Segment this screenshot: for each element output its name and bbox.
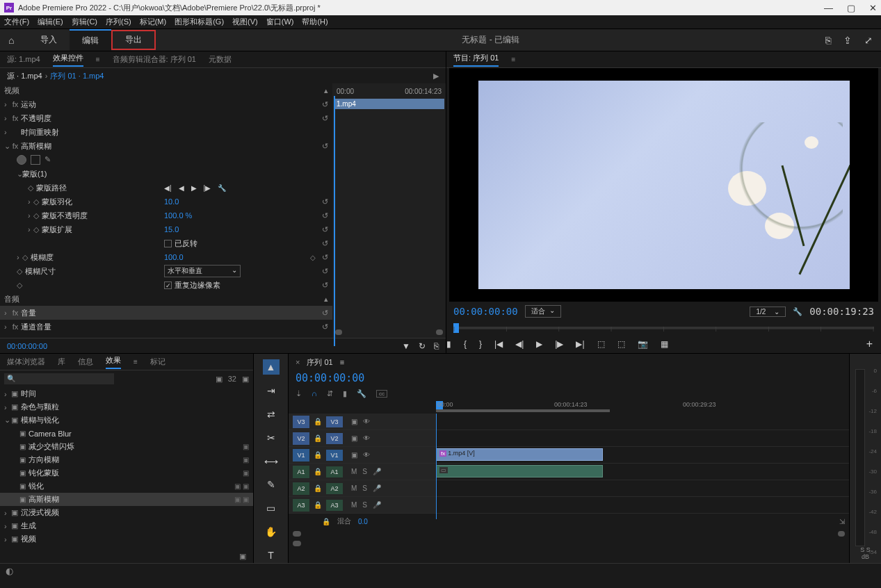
- track-prev-icon[interactable]: ◀|: [164, 184, 172, 192]
- tab-sequence[interactable]: 序列 01: [307, 357, 332, 368]
- mask-expand-value[interactable]: 15.0: [164, 225, 179, 234]
- fx-channel-volume[interactable]: 通道音量: [21, 322, 51, 332]
- mask-item[interactable]: 蒙版(1): [22, 169, 47, 179]
- toggle-output-icon[interactable]: ▣: [351, 451, 357, 459]
- track-select-tool[interactable]: ⇥: [263, 383, 280, 398]
- tab-program[interactable]: 节目: 序列 01: [453, 53, 499, 67]
- rectangle-tool[interactable]: ▭: [263, 500, 280, 516]
- effect-gaussian-blur[interactable]: 高斯模糊: [29, 494, 59, 505]
- repeat-edge-checkbox[interactable]: [164, 281, 172, 289]
- settings-icon[interactable]: 🔧: [793, 307, 802, 316]
- toggle-output-icon[interactable]: ▣: [351, 418, 357, 425]
- reset-icon[interactable]: ↺: [322, 253, 328, 262]
- extract-icon[interactable]: ⬚: [617, 339, 625, 349]
- track-v3[interactable]: V3🔒V3▣👁: [289, 414, 849, 430]
- creative-cloud-icon[interactable]: ◐: [6, 566, 13, 576]
- play-icon[interactable]: ▶: [536, 339, 542, 349]
- badge-accel-icon[interactable]: ▣: [216, 375, 223, 384]
- menu-clip[interactable]: 剪辑(C): [72, 17, 97, 27]
- razor-tool[interactable]: ✂: [263, 430, 280, 446]
- panel-menu-icon[interactable]: ≡: [340, 358, 344, 366]
- folder-generate[interactable]: 生成: [21, 521, 36, 531]
- slip-tool[interactable]: ⟷: [263, 454, 280, 469]
- reset-icon[interactable]: ↺: [322, 322, 328, 332]
- mode-import[interactable]: 导入: [28, 30, 70, 50]
- linked-selection-icon[interactable]: ⇵: [327, 389, 333, 398]
- type-tool[interactable]: T: [263, 548, 280, 563]
- fx-opacity[interactable]: 不透明度: [21, 113, 51, 124]
- fx-timeremap[interactable]: 时间重映射: [21, 127, 59, 138]
- fx-clip-bar[interactable]: 1.mp4: [334, 99, 444, 109]
- eye-icon[interactable]: 👁: [363, 418, 370, 425]
- lock-icon[interactable]: 🔒: [314, 451, 322, 459]
- folder-immersive[interactable]: 沉浸式视频: [21, 507, 59, 518]
- go-in-icon[interactable]: |◀: [494, 339, 503, 349]
- solo-icon[interactable]: S: [362, 501, 367, 509]
- work-area[interactable]: [436, 409, 610, 412]
- fx-scroll-right[interactable]: [436, 329, 443, 335]
- menu-edit[interactable]: 编辑(E): [38, 17, 63, 27]
- expand-icon[interactable]: ⇲: [839, 518, 845, 525]
- fx-motion[interactable]: 运动: [21, 99, 36, 110]
- program-fit-dropdown[interactable]: 适合⌄: [525, 305, 561, 318]
- mask-rect-button[interactable]: [31, 155, 40, 165]
- reset-icon[interactable]: ↺: [322, 114, 328, 123]
- track-v1[interactable]: V1🔒V1▣👁fx1.mp4 [V]: [289, 447, 849, 464]
- track-wrench-icon[interactable]: 🔧: [218, 184, 226, 192]
- mode-edit[interactable]: 编辑: [70, 29, 111, 51]
- track-play-icon[interactable]: ▶: [191, 184, 197, 192]
- hand-tool[interactable]: ✋: [263, 524, 280, 539]
- fx-footer-timecode[interactable]: 00:00:00:00: [7, 342, 47, 350]
- lock-icon[interactable]: 🔒: [314, 434, 322, 442]
- settings-icon[interactable]: 🔧: [357, 389, 366, 398]
- go-out-icon[interactable]: ▶|: [576, 339, 584, 349]
- maximize-button[interactable]: ▢: [847, 3, 855, 13]
- reset-icon[interactable]: ↺: [322, 197, 328, 206]
- tab-media-browser[interactable]: 媒体浏览器: [7, 357, 45, 367]
- tab-effect-controls[interactable]: 效果控件: [53, 53, 83, 67]
- menu-view[interactable]: 视图(V): [232, 17, 258, 27]
- folder-noise[interactable]: 杂色与颗粒: [21, 402, 59, 412]
- mix-value[interactable]: 0.0: [358, 518, 368, 525]
- mask-ellipse-button[interactable]: [17, 155, 26, 165]
- close-button[interactable]: ✕: [869, 3, 877, 13]
- reset-icon[interactable]: ↺: [322, 267, 328, 276]
- folder-blur[interactable]: 模糊与锐化: [21, 415, 59, 425]
- timeline-ruler[interactable]: 00:00 00:00:14:23 00:00:29:23: [436, 401, 849, 414]
- home-icon[interactable]: ⌂: [8, 35, 14, 46]
- loop-icon[interactable]: ↻: [419, 341, 426, 351]
- program-preview[interactable]: [449, 68, 878, 302]
- tab-source[interactable]: 源: 1.mp4: [7, 54, 40, 65]
- lock-icon[interactable]: 🔒: [322, 518, 330, 525]
- solo-icon[interactable]: S: [362, 468, 367, 475]
- badge-32-icon[interactable]: 32: [228, 375, 236, 384]
- step-fwd-icon[interactable]: |▶: [555, 339, 563, 349]
- lock-icon[interactable]: 🔒: [314, 501, 322, 509]
- tab-audio-mixer[interactable]: 音频剪辑混合器: 序列 01: [113, 54, 196, 65]
- lock-icon[interactable]: 🔒: [314, 468, 322, 475]
- menu-window[interactable]: 窗口(W): [266, 17, 294, 27]
- program-scrub-bar[interactable]: |||||||||: [453, 321, 874, 335]
- eye-icon[interactable]: 👁: [363, 434, 370, 442]
- menu-sequence[interactable]: 序列(S): [106, 17, 131, 27]
- selection-tool[interactable]: ▲: [263, 359, 280, 375]
- mask-pen-button[interactable]: ✎: [45, 155, 54, 165]
- panel-menu-icon[interactable]: ≡: [511, 56, 515, 63]
- crumb-sequence[interactable]: 序列 01 · 1.mp4: [50, 71, 104, 81]
- quick-export-icon[interactable]: ⎘: [825, 35, 831, 46]
- crumb-source[interactable]: 源 · 1.mp4: [7, 71, 42, 81]
- fx-playhead[interactable]: [334, 96, 335, 346]
- tab-effects[interactable]: 效果: [106, 355, 121, 369]
- track-back-icon[interactable]: ◀: [179, 184, 184, 192]
- effect-camera-blur[interactable]: Camera Blur: [29, 430, 72, 438]
- play-only-icon[interactable]: ▶: [433, 72, 439, 81]
- clip-v1[interactable]: fx1.mp4 [V]: [436, 448, 603, 461]
- eye-icon[interactable]: 👁: [363, 451, 370, 459]
- filter-icon[interactable]: ▼: [402, 341, 410, 351]
- effect-reduce-interlace[interactable]: 减少交错闪烁: [29, 441, 74, 452]
- hscroll-thumb[interactable]: [293, 541, 301, 546]
- mute-icon[interactable]: M: [351, 501, 357, 509]
- folder-video[interactable]: 视频: [21, 534, 36, 544]
- track-fwd-icon[interactable]: |▶: [204, 184, 211, 192]
- export-frame-icon[interactable]: ⎘: [434, 341, 439, 351]
